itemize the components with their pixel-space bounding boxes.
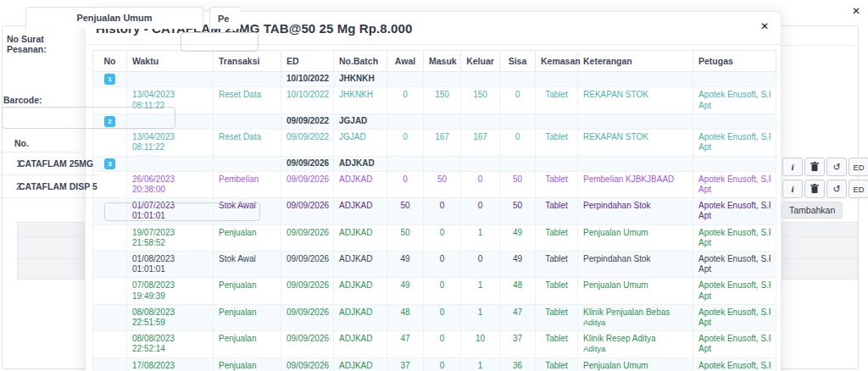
barcode-label: Barcode:	[3, 95, 42, 105]
background-divider	[782, 45, 859, 46]
item-row[interactable]: 1 CATAFLAM 25MG	[0, 152, 100, 175]
item-table-no-header: No.	[0, 134, 85, 152]
history-button[interactable]: ↺	[826, 180, 847, 198]
history-data-row: 08/08/2023 22:52:14Penjualan09/09/2026AD…	[93, 331, 776, 357]
tambahkan-button[interactable]: Tambahkan	[782, 202, 843, 219]
trash-icon	[810, 162, 819, 172]
history-data-row: 19/07/2023 21:58:52Penjualan09/09/2026AD…	[93, 224, 776, 251]
ed-button[interactable]: ED	[849, 180, 868, 198]
item-actions-row-1: i ↺ ED	[782, 158, 868, 176]
history-data-row: 13/04/2023 08:11:22Reset Data09/09/2022J…	[93, 130, 776, 156]
history-group-row: 110/10/2022JHKNKH	[93, 72, 776, 87]
tab-penjualan-umum[interactable]: Penjualan Umum	[25, 7, 203, 29]
item-table: No. 1 CATAFLAM 25MG 2 CATAFLAM DISP 5	[0, 134, 100, 198]
group-number-badge: 1	[104, 74, 115, 85]
ed-button[interactable]: ED	[849, 158, 868, 176]
history-data-row: 17/08/2023 21:14:13Penjualan09/09/2026AD…	[93, 357, 776, 371]
delete-button[interactable]	[804, 180, 825, 198]
item-name: CATAFLAM DISP 5	[19, 181, 97, 191]
item-name: CATAFLAM 25MG	[19, 158, 93, 169]
history-table-header-row: No Waktu Transaksi ED No.Batch Awal Masu…	[93, 51, 776, 72]
modal-close-icon[interactable]: ✕	[760, 20, 769, 32]
history-data-row: 07/08/2023 19:49:39Penjualan09/09/2026AD…	[93, 278, 776, 304]
info-button[interactable]: i	[782, 180, 803, 198]
page-close-icon[interactable]: ✕	[852, 5, 860, 17]
history-data-row: 08/08/2023 22:51:59Penjualan09/09/2026AD…	[93, 304, 776, 330]
item-row[interactable]: 2 CATAFLAM DISP 5	[0, 175, 100, 198]
info-button[interactable]: i	[782, 158, 803, 176]
no-surat-input[interactable]	[181, 32, 259, 52]
history-data-row: 13/04/2023 08:11:22Reset Data10/10/2022J…	[93, 87, 776, 114]
group-number-badge: 3	[104, 158, 115, 169]
history-modal: History - CATAFLAM 25MG TAB@50 25 Mg Rp.…	[85, 11, 782, 371]
item-actions-row-2: i ↺ ED	[782, 180, 868, 198]
history-button[interactable]: ↺	[826, 158, 847, 176]
tab-second[interactable]: Pe	[209, 7, 241, 29]
trash-icon	[810, 184, 819, 194]
history-group-row: 309/09/2026ADJKAD	[93, 156, 776, 171]
app-window: Penjualan Umum Pe ✕ No Surat Pesanan: Ba…	[0, 0, 868, 371]
history-table-body: 110/10/2022JHKNKH13/04/2023 08:11:22Rese…	[93, 72, 776, 371]
no-surat-label: No Surat Pesanan:	[7, 34, 47, 54]
item-qty-input[interactable]	[104, 202, 260, 221]
history-data-row: 01/08/2023 01:01:01Stok Awal09/09/2026AD…	[93, 252, 776, 278]
history-data-row: 26/06/2023 20:38:00Pembelian09/09/2026AD…	[93, 171, 776, 197]
delete-button[interactable]	[804, 158, 825, 176]
barcode-input[interactable]	[2, 107, 175, 129]
history-group-row: 209/09/2022JGJAD	[93, 114, 776, 129]
